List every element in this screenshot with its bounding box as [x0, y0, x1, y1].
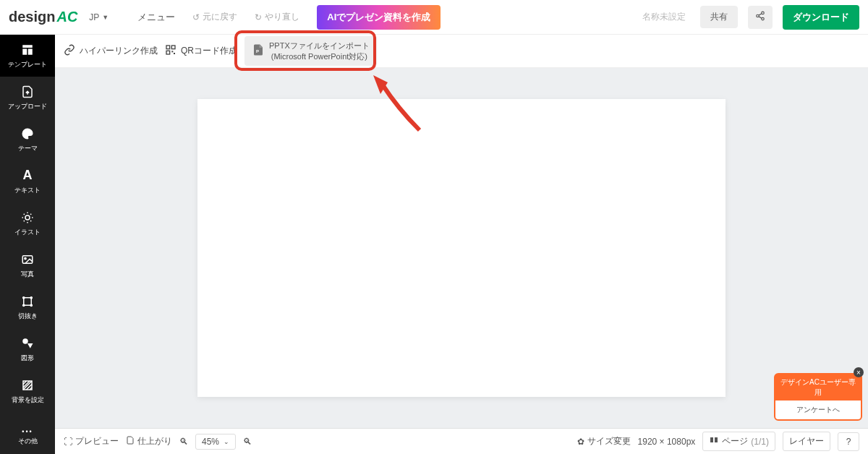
svg-line-4 [759, 16, 762, 17]
size-change-button[interactable]: ✿ サイズ変更 [577, 435, 631, 447]
zoom-in-icon: 🔍︎ [243, 437, 252, 447]
svg-rect-12 [22, 48, 27, 54]
pptx-label-2: (Microsoft PowerPoint対応) [271, 51, 367, 61]
svg-point-22 [22, 338, 28, 344]
book-icon [709, 436, 719, 447]
more-icon: ••• [22, 428, 33, 435]
hatch-icon [20, 378, 35, 393]
undo-label: 元に戻す [203, 11, 237, 23]
svg-point-0 [762, 12, 765, 14]
download-button[interactable]: ダウンロード [783, 5, 859, 30]
crop-icon [20, 294, 35, 309]
page-icon [126, 435, 135, 447]
svg-rect-7 [166, 51, 170, 54]
sidebar-label: 写真 [21, 270, 34, 279]
sidebar-item-template[interactable]: テンプレート [0, 35, 55, 77]
logo[interactable]: designAC [9, 9, 77, 25]
layer-button[interactable]: レイヤー [783, 432, 830, 451]
zoom-value: 45% [202, 437, 219, 447]
sidebar-label: 切抜き [18, 312, 38, 321]
svg-rect-9 [174, 53, 175, 54]
page-count: (1/1) [751, 437, 769, 447]
left-sidebar: テンプレート アップロード テーマ A テキスト イラスト 写真 切抜き 図形 … [0, 35, 55, 454]
logo-suffix: AC [56, 9, 77, 25]
link-icon [64, 44, 75, 58]
ai-create-button[interactable]: AIでプレゼン資料を作成 [317, 5, 441, 30]
svg-line-3 [759, 13, 762, 14]
qrcode-label: QRコード作成 [181, 45, 237, 57]
sidebar-item-more[interactable]: ••• その他 [0, 419, 55, 454]
svg-rect-13 [28, 48, 33, 54]
svg-rect-11 [22, 45, 33, 48]
share-button[interactable]: 共有 [700, 6, 738, 28]
layer-label: レイヤー [789, 436, 824, 446]
svg-rect-6 [171, 46, 175, 49]
gear-icon: ✿ [577, 437, 584, 447]
bottom-bar: ⛶ プレビュー 仕上がり 🔍︎ 45% ⌄ 🔍︎ ✿ サイズ変更 1920 × … [55, 428, 868, 454]
sidebar-label: アップロード [8, 102, 47, 111]
svg-point-1 [757, 14, 760, 17]
undo-button[interactable]: ↺ 元に戻す [192, 11, 237, 23]
finish-label: 仕上がり [137, 435, 172, 447]
zoom-select[interactable]: 45% ⌄ [195, 434, 236, 450]
language-selector[interactable]: JP ▼ [89, 12, 109, 22]
sidebar-label: テーマ [18, 144, 38, 153]
language-label: JP [89, 12, 99, 22]
document-name[interactable]: 名称未設定 [642, 11, 686, 23]
redo-label: やり直し [265, 11, 299, 23]
close-icon: × [856, 369, 861, 377]
sidebar-item-background[interactable]: 背景を設定 [0, 370, 55, 412]
sidebar-label: テンプレート [8, 60, 47, 69]
svg-point-14 [25, 215, 30, 220]
size-change-label: サイズ変更 [587, 435, 631, 447]
sidebar-label: テキスト [14, 186, 41, 195]
sidebar-item-crop[interactable]: 切抜き [0, 286, 55, 328]
svg-rect-5 [166, 46, 170, 49]
image-icon [20, 252, 35, 267]
sidebar-item-shapes[interactable]: 図形 [0, 328, 55, 370]
sidebar-item-text[interactable]: A テキスト [0, 160, 55, 202]
menu-button[interactable]: メニュー [137, 11, 175, 24]
sidebar-item-photo[interactable]: 写真 [0, 244, 55, 286]
hyperlink-label: ハイパーリンク作成 [80, 45, 158, 57]
page-selector[interactable]: ページ (1/1) [702, 432, 775, 451]
expand-icon: ⛶ [64, 437, 72, 447]
svg-point-18 [23, 296, 25, 298]
redo-icon: ↻ [255, 12, 262, 22]
chevron-down-icon: ⌄ [224, 438, 229, 445]
chevron-down-icon: ▼ [102, 14, 109, 21]
zoom-out-button[interactable]: 🔍︎ [179, 437, 188, 447]
survey-title: デザインACユーザー専用 [775, 374, 861, 401]
sidebar-label: イラスト [14, 228, 41, 237]
sidebar-label: 背景を設定 [12, 395, 44, 405]
sidebar-item-illustration[interactable]: イラスト [0, 202, 55, 244]
sidebar-item-upload[interactable]: アップロード [0, 77, 55, 119]
sidebar-label: 図形 [21, 354, 34, 363]
canvas[interactable] [197, 99, 726, 397]
text-icon: A [20, 168, 35, 183]
hyperlink-button[interactable]: ハイパーリンク作成 [64, 44, 158, 58]
redo-button[interactable]: ↻ やり直し [255, 11, 299, 23]
undo-icon: ↺ [192, 12, 200, 22]
preview-button[interactable]: ⛶ プレビュー [64, 435, 119, 447]
qrcode-button[interactable]: QRコード作成 [165, 44, 237, 58]
svg-point-19 [30, 296, 32, 298]
close-button[interactable]: × [854, 367, 864, 377]
sidebar-item-theme[interactable]: テーマ [0, 119, 55, 160]
svg-point-21 [30, 304, 32, 306]
help-button[interactable]: ? [838, 432, 859, 451]
sun-icon [20, 210, 35, 225]
survey-link[interactable]: アンケートへ [775, 401, 861, 419]
svg-point-16 [25, 257, 26, 259]
pptx-import-button[interactable]: P PPTXファイルをインポート (Microsoft PowerPoint対応… [244, 36, 377, 66]
pptx-label-1: PPTXファイルをインポート [269, 40, 370, 51]
svg-rect-8 [171, 51, 173, 52]
shapes-icon [20, 336, 35, 351]
zoom-out-icon: 🔍︎ [179, 437, 188, 447]
svg-rect-17 [24, 297, 32, 305]
zoom-in-button[interactable]: 🔍︎ [243, 437, 252, 447]
share-link-button[interactable] [748, 6, 773, 29]
finish-button[interactable]: 仕上がり [126, 435, 172, 447]
palette-icon [20, 127, 35, 141]
preview-label: プレビュー [75, 435, 119, 447]
